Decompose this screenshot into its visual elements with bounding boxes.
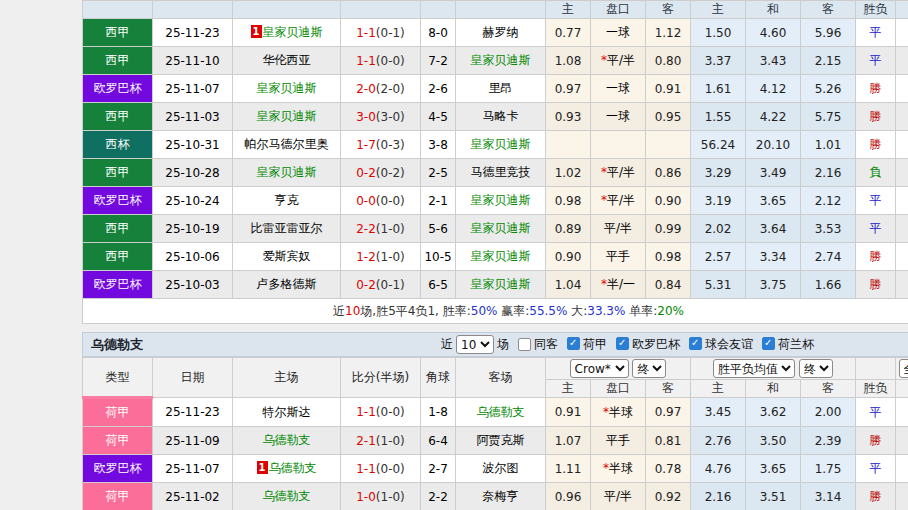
handicap-away-odds: 0.92 [646, 483, 691, 510]
away-team-link[interactable]: 皇家贝迪斯 [471, 137, 531, 151]
subcol-handicap-line: 盘口 [591, 380, 646, 398]
home-team-link[interactable]: 特尔斯达 [263, 405, 311, 419]
date-cell: 25-10-19 [153, 215, 233, 243]
near-count-select[interactable]: 10 [456, 335, 494, 354]
same-away-checkbox[interactable] [518, 338, 531, 351]
fulltime-score: 1-2 [356, 250, 376, 264]
date-cell: 25-11-02 [153, 483, 233, 510]
home-team-link[interactable]: 帕尔马德尔里奥 [245, 137, 329, 151]
home-team-link[interactable]: 皇家贝迪斯 [257, 81, 317, 95]
corners-cell: 6-5 [421, 271, 456, 299]
result-cell: 平 [856, 455, 896, 483]
clipped-extra-cell [896, 187, 908, 215]
date-cell: 25-11-03 [153, 103, 233, 131]
handicap-final-select[interactable]: 终 [632, 359, 666, 378]
record-summary: 近10场,胜5平4负1, 胜率:50% 赢率:55.5% 大:33.3% 单率:… [82, 299, 908, 324]
handicap-away-odds [646, 131, 691, 159]
clipped-select[interactable]: 全 [899, 359, 908, 378]
summary-segment: 10 [345, 304, 360, 318]
away-team-cell: 皇家贝迪斯 [456, 271, 546, 299]
match-row: 荷甲25-11-09乌德勒支2-1(1-0)6-4阿贾克斯1.07平手0.812… [83, 427, 908, 455]
handicap-home-odds: 1.04 [546, 271, 591, 299]
away-team-link[interactable]: 马德里竞技 [471, 165, 531, 179]
score-cell: 2-1(1-0) [341, 427, 421, 455]
summary-segment: 33.3% [587, 304, 625, 318]
home-team-link[interactable]: 乌德勒支 [269, 461, 317, 475]
fulltime-score: 1-1 [356, 26, 376, 40]
score-cell: 1-1(0-1) [341, 19, 421, 47]
summary-segment: 大: [567, 304, 587, 318]
away-team-link[interactable]: 赫罗纳 [483, 25, 519, 39]
league-filter-checkbox[interactable] [689, 337, 702, 350]
halftime-score: (1-0) [376, 490, 405, 504]
home-team-link[interactable]: 卢多格德斯 [257, 277, 317, 291]
home-team-link[interactable]: 华伦西亚 [263, 53, 311, 67]
away-team-link[interactable]: 马略卡 [483, 109, 519, 123]
away-team-link[interactable]: 波尔图 [483, 461, 519, 475]
home-team-link[interactable]: 比雷亚雷亚尔 [251, 221, 323, 235]
col-header-odds-draw: 和 [746, 1, 801, 19]
home-team-link[interactable]: 皇家贝迪斯 [257, 109, 317, 123]
league-filter-label: 荷兰杯 [778, 337, 814, 351]
away-team-link[interactable]: 皇家贝迪斯 [471, 221, 531, 235]
result-cell: 平 [856, 47, 896, 75]
avg-odds-select[interactable]: 胜平负均值 [713, 359, 795, 378]
subcol-handicap-home: 主 [546, 380, 591, 398]
league-cell: 欧罗巴杯 [83, 75, 153, 103]
corners-cell: 5-6 [421, 215, 456, 243]
league-filter-checkbox[interactable] [616, 337, 629, 350]
odds-final-select[interactable]: 终 [799, 359, 833, 378]
handicap-home-odds: 1.11 [546, 455, 591, 483]
league-cell: 欧罗巴杯 [83, 455, 153, 483]
away-team-link[interactable]: 皇家贝迪斯 [471, 249, 531, 263]
changed-line-star: * [601, 53, 607, 67]
league-filter-checkbox[interactable] [567, 337, 580, 350]
header-spacer-cell [83, 1, 153, 19]
header-spacer-cell [233, 1, 341, 19]
match-row: 欧罗巴杯25-10-03卢多格德斯0-2(0-1)6-5皇家贝迪斯1.04*半/… [83, 271, 908, 299]
home-team-cell: 1乌德勒支 [233, 455, 341, 483]
rank-badge: 1 [251, 25, 262, 38]
col-header-odds-home: 主 [691, 1, 746, 19]
result-badge: 平 [870, 221, 882, 235]
away-team-link[interactable]: 奈梅亨 [483, 489, 519, 503]
summary-segment: 场,胜5平4负1, 胜率: [360, 304, 470, 318]
match-row: 西甲25-11-231皇家贝迪斯1-1(0-1)8-0赫罗纳0.77一球1.12… [83, 19, 908, 47]
clipped-extra-cell [896, 483, 908, 510]
home-team-link[interactable]: 亨克 [275, 193, 299, 207]
fulltime-score: 0-2 [356, 278, 376, 292]
league-cell: 荷甲 [83, 398, 153, 427]
home-team-cell: 皇家贝迪斯 [233, 159, 341, 187]
away-team-link[interactable]: 皇家贝迪斯 [471, 193, 531, 207]
subcol-odds-home: 主 [691, 380, 746, 398]
home-team-link[interactable]: 爱斯宾奴 [263, 249, 311, 263]
bookmaker-select[interactable]: Crow* [570, 359, 629, 378]
odds-home-win: 56.24 [691, 131, 746, 159]
away-team-link[interactable]: 乌德勒支 [477, 405, 525, 419]
fulltime-score: 2-1 [356, 434, 376, 448]
home-team-link[interactable]: 乌德勒支 [263, 489, 311, 503]
subcol-clipped: 让 [896, 380, 908, 398]
date-cell: 25-11-23 [153, 19, 233, 47]
match-row: 西甲25-10-06爱斯宾奴1-2(1-0)10-5皇家贝迪斯0.90平手0.9… [83, 243, 908, 271]
league-filter-checkbox[interactable] [762, 337, 775, 350]
result-badge: 平 [870, 405, 882, 419]
odds-home-win: 3.29 [691, 159, 746, 187]
home-team-cell: 卢多格德斯 [233, 271, 341, 299]
home-team-link[interactable]: 乌德勒支 [263, 433, 311, 447]
corners-cell: 10-5 [421, 243, 456, 271]
clipped-extra-cell [896, 398, 908, 427]
away-team-link[interactable]: 皇家贝迪斯 [471, 53, 531, 67]
home-team-link[interactable]: 皇家贝迪斯 [257, 165, 317, 179]
league-cell: 西甲 [83, 159, 153, 187]
handicap-line [591, 131, 646, 159]
away-team-link[interactable]: 皇家贝迪斯 [471, 277, 531, 291]
home-team-link[interactable]: 皇家贝迪斯 [263, 25, 323, 39]
fulltime-score: 2-0 [356, 82, 376, 96]
away-team-link[interactable]: 阿贾克斯 [477, 433, 525, 447]
summary-segment: 近 [333, 304, 345, 318]
corners-cell: 7-2 [421, 47, 456, 75]
odds-draw: 3.65 [746, 455, 801, 483]
result-header-spacer [856, 358, 896, 380]
away-team-link[interactable]: 里昂 [489, 81, 513, 95]
